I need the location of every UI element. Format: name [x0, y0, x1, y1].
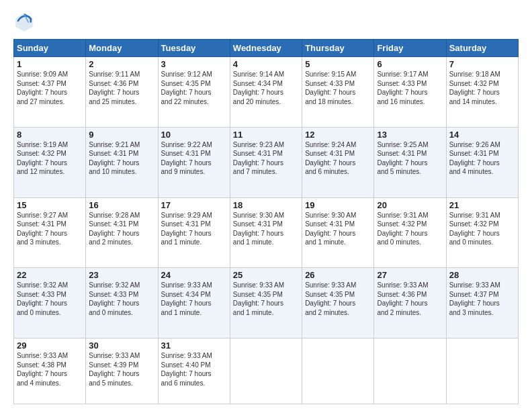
cell-info: Sunrise: 9:33 AM Sunset: 4:35 PM Dayligh… — [305, 281, 371, 317]
day-number: 12 — [305, 130, 371, 140]
cell-info: Sunrise: 9:17 AM Sunset: 4:33 PM Dayligh… — [377, 70, 443, 106]
calendar-cell — [446, 338, 518, 404]
day-number: 31 — [161, 340, 227, 351]
day-number: 1 — [17, 59, 83, 69]
day-number: 24 — [161, 270, 227, 280]
cell-info: Sunrise: 9:33 AM Sunset: 4:34 PM Dayligh… — [161, 281, 227, 317]
cell-info: Sunrise: 9:33 AM Sunset: 4:39 PM Dayligh… — [89, 351, 154, 387]
calendar-cell: 15Sunrise: 9:27 AM Sunset: 4:31 PM Dayli… — [14, 197, 86, 268]
day-number: 18 — [233, 200, 299, 210]
day-number: 20 — [377, 200, 443, 210]
cell-info: Sunrise: 9:23 AM Sunset: 4:31 PM Dayligh… — [233, 140, 299, 177]
week-row-3: 15Sunrise: 9:27 AM Sunset: 4:31 PM Dayli… — [14, 197, 519, 268]
cell-info: Sunrise: 9:21 AM Sunset: 4:31 PM Dayligh… — [89, 140, 154, 177]
day-number: 22 — [17, 270, 83, 280]
calendar-cell: 7Sunrise: 9:18 AM Sunset: 4:32 PM Daylig… — [446, 57, 518, 128]
calendar-cell: 27Sunrise: 9:33 AM Sunset: 4:36 PM Dayli… — [374, 268, 446, 338]
cell-info: Sunrise: 9:12 AM Sunset: 4:35 PM Dayligh… — [161, 70, 227, 106]
week-row-1: 1Sunrise: 9:09 AM Sunset: 4:37 PM Daylig… — [14, 57, 519, 128]
calendar-cell: 6Sunrise: 9:17 AM Sunset: 4:33 PM Daylig… — [374, 57, 446, 128]
cell-info: Sunrise: 9:11 AM Sunset: 4:36 PM Dayligh… — [89, 70, 154, 106]
cell-info: Sunrise: 9:22 AM Sunset: 4:31 PM Dayligh… — [161, 140, 227, 177]
calendar-cell: 13Sunrise: 9:25 AM Sunset: 4:31 PM Dayli… — [374, 127, 446, 197]
day-number: 25 — [233, 270, 299, 280]
cell-info: Sunrise: 9:15 AM Sunset: 4:33 PM Dayligh… — [305, 70, 371, 106]
day-of-week-sunday: Sunday — [14, 40, 86, 57]
day-number: 5 — [305, 59, 371, 69]
day-number: 27 — [377, 270, 443, 280]
day-number: 6 — [377, 59, 443, 69]
calendar-cell: 9Sunrise: 9:21 AM Sunset: 4:31 PM Daylig… — [86, 127, 158, 197]
day-number: 29 — [17, 340, 83, 351]
cell-info: Sunrise: 9:18 AM Sunset: 4:32 PM Dayligh… — [449, 70, 515, 106]
day-number: 11 — [233, 130, 299, 140]
calendar-cell: 19Sunrise: 9:30 AM Sunset: 4:31 PM Dayli… — [302, 197, 374, 268]
cell-info: Sunrise: 9:31 AM Sunset: 4:32 PM Dayligh… — [377, 211, 443, 247]
calendar-table: SundayMondayTuesdayWednesdayThursdayFrid… — [13, 39, 519, 404]
calendar-cell: 23Sunrise: 9:32 AM Sunset: 4:33 PM Dayli… — [86, 268, 158, 338]
calendar-cell: 4Sunrise: 9:14 AM Sunset: 4:34 PM Daylig… — [230, 57, 302, 128]
page: SundayMondayTuesdayWednesdayThursdayFrid… — [0, 0, 532, 411]
day-of-week-thursday: Thursday — [302, 40, 374, 57]
week-row-5: 29Sunrise: 9:33 AM Sunset: 4:38 PM Dayli… — [14, 338, 519, 404]
cell-info: Sunrise: 9:32 AM Sunset: 4:33 PM Dayligh… — [17, 281, 83, 317]
day-of-week-tuesday: Tuesday — [158, 40, 230, 57]
calendar-cell — [302, 338, 374, 404]
calendar-cell: 16Sunrise: 9:28 AM Sunset: 4:31 PM Dayli… — [86, 197, 158, 268]
calendar-cell: 31Sunrise: 9:33 AM Sunset: 4:40 PM Dayli… — [158, 338, 230, 404]
calendar-cell: 18Sunrise: 9:30 AM Sunset: 4:31 PM Dayli… — [230, 197, 302, 268]
cell-info: Sunrise: 9:29 AM Sunset: 4:31 PM Dayligh… — [161, 211, 227, 247]
day-number: 16 — [89, 200, 154, 210]
calendar-cell: 5Sunrise: 9:15 AM Sunset: 4:33 PM Daylig… — [302, 57, 374, 128]
logo — [13, 11, 38, 32]
day-of-week-saturday: Saturday — [446, 40, 518, 57]
cell-info: Sunrise: 9:33 AM Sunset: 4:38 PM Dayligh… — [17, 351, 83, 387]
day-number: 17 — [161, 200, 227, 210]
day-number: 26 — [305, 270, 371, 280]
calendar-cell: 10Sunrise: 9:22 AM Sunset: 4:31 PM Dayli… — [158, 127, 230, 197]
calendar-cell: 28Sunrise: 9:33 AM Sunset: 4:37 PM Dayli… — [446, 268, 518, 338]
day-of-week-friday: Friday — [374, 40, 446, 57]
day-number: 21 — [449, 200, 515, 210]
day-number: 10 — [161, 130, 227, 140]
cell-info: Sunrise: 9:33 AM Sunset: 4:35 PM Dayligh… — [233, 281, 299, 317]
calendar-cell: 21Sunrise: 9:31 AM Sunset: 4:32 PM Dayli… — [446, 197, 518, 268]
calendar-cell — [374, 338, 446, 404]
day-number: 13 — [377, 130, 443, 140]
cell-info: Sunrise: 9:33 AM Sunset: 4:40 PM Dayligh… — [161, 351, 227, 387]
calendar-cell: 30Sunrise: 9:33 AM Sunset: 4:39 PM Dayli… — [86, 338, 158, 404]
calendar-cell: 20Sunrise: 9:31 AM Sunset: 4:32 PM Dayli… — [374, 197, 446, 268]
cell-info: Sunrise: 9:32 AM Sunset: 4:33 PM Dayligh… — [89, 281, 154, 317]
calendar-body: 1Sunrise: 9:09 AM Sunset: 4:37 PM Daylig… — [14, 57, 519, 404]
calendar-cell: 3Sunrise: 9:12 AM Sunset: 4:35 PM Daylig… — [158, 57, 230, 128]
day-number: 9 — [89, 130, 154, 140]
day-number: 8 — [17, 130, 83, 140]
day-number: 15 — [17, 200, 83, 210]
cell-info: Sunrise: 9:27 AM Sunset: 4:31 PM Dayligh… — [17, 211, 83, 247]
calendar-cell: 29Sunrise: 9:33 AM Sunset: 4:38 PM Dayli… — [14, 338, 86, 404]
calendar-cell: 24Sunrise: 9:33 AM Sunset: 4:34 PM Dayli… — [158, 268, 230, 338]
cell-info: Sunrise: 9:33 AM Sunset: 4:37 PM Dayligh… — [449, 281, 515, 317]
day-number: 7 — [449, 59, 515, 69]
day-of-week-monday: Monday — [86, 40, 158, 57]
calendar-cell: 8Sunrise: 9:19 AM Sunset: 4:32 PM Daylig… — [14, 127, 86, 197]
day-number: 23 — [89, 270, 154, 280]
cell-info: Sunrise: 9:14 AM Sunset: 4:34 PM Dayligh… — [233, 70, 299, 106]
calendar-cell: 22Sunrise: 9:32 AM Sunset: 4:33 PM Dayli… — [14, 268, 86, 338]
week-row-4: 22Sunrise: 9:32 AM Sunset: 4:33 PM Dayli… — [14, 268, 519, 338]
calendar-cell: 12Sunrise: 9:24 AM Sunset: 4:31 PM Dayli… — [302, 127, 374, 197]
cell-info: Sunrise: 9:09 AM Sunset: 4:37 PM Dayligh… — [17, 70, 83, 106]
days-of-week-row: SundayMondayTuesdayWednesdayThursdayFrid… — [14, 40, 519, 57]
day-number: 2 — [89, 59, 154, 69]
calendar-cell — [230, 338, 302, 404]
cell-info: Sunrise: 9:25 AM Sunset: 4:31 PM Dayligh… — [377, 140, 443, 177]
cell-info: Sunrise: 9:30 AM Sunset: 4:31 PM Dayligh… — [233, 211, 299, 247]
calendar-cell: 14Sunrise: 9:26 AM Sunset: 4:31 PM Dayli… — [446, 127, 518, 197]
cell-info: Sunrise: 9:33 AM Sunset: 4:36 PM Dayligh… — [377, 281, 443, 317]
week-row-2: 8Sunrise: 9:19 AM Sunset: 4:32 PM Daylig… — [14, 127, 519, 197]
calendar-cell: 17Sunrise: 9:29 AM Sunset: 4:31 PM Dayli… — [158, 197, 230, 268]
cell-info: Sunrise: 9:19 AM Sunset: 4:32 PM Dayligh… — [17, 140, 83, 177]
day-number: 3 — [161, 59, 227, 69]
general-blue-logo-icon — [13, 11, 35, 32]
cell-info: Sunrise: 9:28 AM Sunset: 4:31 PM Dayligh… — [89, 211, 154, 247]
